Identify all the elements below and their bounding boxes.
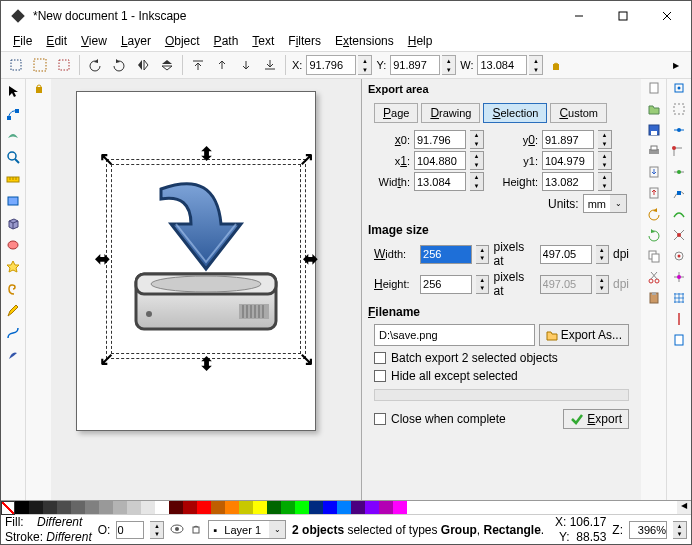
dpi1-spin[interactable]: ▲▼ [596, 245, 609, 264]
x1-input[interactable] [414, 151, 466, 170]
snap-grid-icon[interactable] [672, 291, 686, 308]
opacity-input[interactable] [116, 521, 144, 539]
area-width-input[interactable] [414, 172, 466, 191]
tweak-tool-icon[interactable] [3, 125, 23, 145]
handle-w[interactable]: ⬌ [95, 252, 109, 266]
swatch[interactable] [155, 501, 169, 515]
aw-spin[interactable]: ▲▼ [470, 172, 484, 191]
swatch[interactable] [365, 501, 379, 515]
cut-icon[interactable] [647, 270, 661, 287]
redo-icon[interactable] [647, 228, 661, 245]
flip-v-icon[interactable] [156, 54, 178, 76]
lower-bottom-icon[interactable] [259, 54, 281, 76]
y0-input[interactable] [542, 130, 594, 149]
swatch[interactable] [253, 501, 267, 515]
handle-e[interactable]: ⬌ [303, 252, 317, 266]
swatch[interactable] [239, 501, 253, 515]
pencil-tool-icon[interactable] [3, 301, 23, 321]
snap-midpoint-icon[interactable] [672, 165, 686, 182]
y1-input[interactable] [542, 151, 594, 170]
menu-help[interactable]: Help [402, 33, 439, 49]
palette-menu-icon[interactable]: ◀ [677, 501, 691, 515]
save-icon[interactable] [647, 123, 661, 140]
x0-spin[interactable]: ▲▼ [470, 130, 484, 149]
swatch-none[interactable] [1, 501, 15, 515]
new-doc-icon[interactable] [647, 81, 661, 98]
canvas[interactable]: ↖ ⬍ ↗ ⬌ ⬌ ↙ ⬍ ↘ [51, 79, 361, 500]
tab-drawing[interactable]: Drawing [421, 103, 480, 123]
tab-custom[interactable]: Custom [550, 103, 607, 123]
swatch[interactable] [141, 501, 155, 515]
tab-selection[interactable]: Selection [483, 103, 547, 123]
swatch[interactable] [183, 501, 197, 515]
swatch[interactable] [281, 501, 295, 515]
tab-page[interactable]: Page [374, 103, 418, 123]
menu-layer[interactable]: Layer [115, 33, 157, 49]
iw-spin[interactable]: ▲▼ [476, 245, 489, 264]
y-spinner[interactable]: ▲▼ [442, 55, 456, 75]
bezier-tool-icon[interactable] [3, 323, 23, 343]
x-input[interactable] [306, 55, 356, 75]
handle-nw[interactable]: ↖ [99, 152, 113, 166]
snap-center-icon[interactable] [672, 249, 686, 266]
swatch[interactable] [197, 501, 211, 515]
w-spinner[interactable]: ▲▼ [529, 55, 543, 75]
swatch[interactable] [211, 501, 225, 515]
open-icon[interactable] [647, 102, 661, 119]
img-height-input[interactable] [420, 275, 472, 294]
layer-combo[interactable]: ▪ Layer 1⌄ [208, 520, 286, 539]
calligraphy-tool-icon[interactable] [3, 345, 23, 365]
snap-enable-icon[interactable] [672, 81, 686, 98]
img-width-input[interactable] [420, 245, 472, 264]
swatch[interactable] [99, 501, 113, 515]
selector-tool-icon[interactable] [3, 81, 23, 101]
select-all-layers-icon[interactable] [5, 54, 27, 76]
w-input[interactable] [477, 55, 527, 75]
swatch[interactable] [43, 501, 57, 515]
snap-node-icon[interactable] [672, 186, 686, 203]
print-icon[interactable] [647, 144, 661, 161]
snap-bbox-icon[interactable] [672, 102, 686, 119]
snap-page-icon[interactable] [672, 333, 686, 350]
handle-se[interactable]: ↘ [299, 352, 313, 366]
swatch[interactable] [323, 501, 337, 515]
export-png-icon[interactable] [647, 186, 661, 203]
rect-tool-icon[interactable] [3, 191, 23, 211]
star-tool-icon[interactable] [3, 257, 23, 277]
x0-input[interactable] [414, 130, 466, 149]
swatch[interactable] [57, 501, 71, 515]
snap-intersect-icon[interactable] [672, 228, 686, 245]
hide-checkbox[interactable] [374, 370, 386, 382]
swatch[interactable] [393, 501, 407, 515]
export-as-button[interactable]: Export As... [539, 324, 629, 346]
x-spinner[interactable]: ▲▼ [358, 55, 372, 75]
swatch[interactable] [337, 501, 351, 515]
snap-edge-icon[interactable] [672, 123, 686, 140]
zoom-spin[interactable]: ▲▼ [673, 521, 687, 539]
swatch[interactable] [225, 501, 239, 515]
dpi1-input[interactable] [540, 245, 592, 264]
swatch[interactable] [29, 501, 43, 515]
y-input[interactable] [390, 55, 440, 75]
measure-tool-icon[interactable] [3, 169, 23, 189]
ah-spin[interactable]: ▲▼ [598, 172, 612, 191]
swatch[interactable] [71, 501, 85, 515]
x1-spin[interactable]: ▲▼ [470, 151, 484, 170]
filename-input[interactable] [374, 324, 535, 346]
export-button[interactable]: Export [563, 409, 629, 429]
raise-icon[interactable] [211, 54, 233, 76]
more-icon[interactable]: ▶ [665, 54, 687, 76]
deselect-icon[interactable] [53, 54, 75, 76]
zoom-tool-icon[interactable] [3, 147, 23, 167]
swatch[interactable] [295, 501, 309, 515]
handle-ne[interactable]: ↗ [299, 152, 313, 166]
lower-icon[interactable] [235, 54, 257, 76]
rotate-ccw-icon[interactable] [84, 54, 106, 76]
swatch[interactable] [15, 501, 29, 515]
menu-object[interactable]: Object [159, 33, 206, 49]
ellipse-tool-icon[interactable] [3, 235, 23, 255]
paste-icon[interactable] [647, 291, 661, 308]
box3d-tool-icon[interactable] [3, 213, 23, 233]
swatch[interactable] [379, 501, 393, 515]
minimize-button[interactable] [557, 2, 601, 30]
